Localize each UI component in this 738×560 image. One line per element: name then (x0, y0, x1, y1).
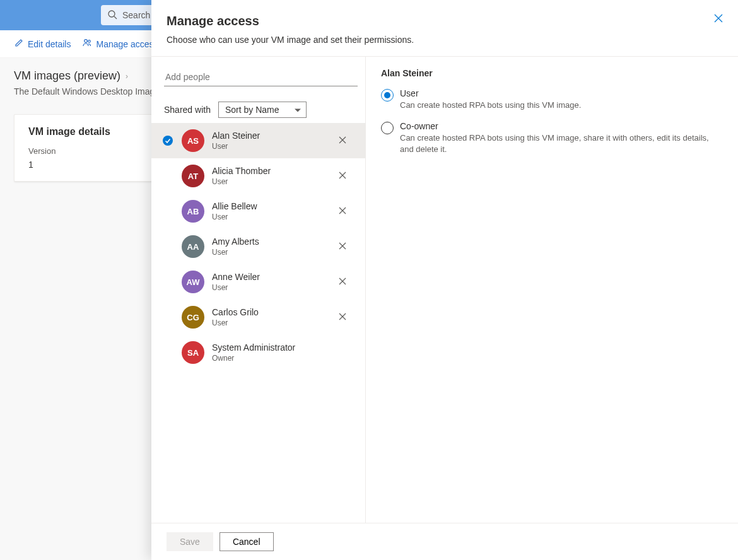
person-item[interactable]: CGCarlos GriloUser (151, 300, 365, 335)
permission-option[interactable]: Co-ownerCan create hosted RPA bots using… (381, 121, 723, 155)
avatar: CG (182, 306, 204, 329)
close-panel-button[interactable] (714, 14, 723, 25)
person-role: User (212, 283, 326, 292)
close-icon (714, 15, 723, 25)
person-item[interactable]: SASystem AdministratorOwner (151, 335, 365, 370)
person-item[interactable]: ABAllie BellewUser (151, 194, 365, 229)
selection-indicator (161, 136, 174, 146)
people-icon (82, 38, 92, 50)
permissions-pane: Alan Steiner UserCan create hosted RPA b… (366, 57, 738, 523)
person-info: Carlos GriloUser (212, 307, 326, 327)
person-role: User (212, 213, 326, 221)
save-button[interactable]: Save (167, 532, 213, 551)
svg-point-2 (85, 40, 88, 43)
add-people-input[interactable] (164, 68, 358, 86)
radio-dot-icon (384, 92, 390, 98)
radio-button[interactable] (381, 89, 394, 102)
panel-body: Shared with Sort by Name ASAlan SteinerU… (151, 56, 738, 523)
shared-with-label: Shared with (164, 105, 211, 115)
avatar: AB (182, 200, 204, 223)
search-placeholder: Search (122, 10, 150, 20)
pencil-icon (14, 38, 24, 50)
person-role: User (212, 318, 326, 327)
close-icon (339, 171, 346, 181)
svg-point-3 (88, 40, 91, 43)
remove-person-button[interactable] (334, 238, 351, 255)
permission-label: Co-owner (400, 121, 723, 131)
person-info: System AdministratorOwner (212, 342, 355, 363)
person-list: ASAlan SteinerUserATAlicia ThomberUserAB… (151, 123, 365, 370)
permission-option[interactable]: UserCan create hosted RPA bots using thi… (381, 88, 723, 111)
edit-details-button[interactable]: Edit details (14, 38, 71, 50)
checkmark-icon (163, 136, 173, 146)
avatar: AT (182, 165, 204, 187)
person-item[interactable]: AWAnne WeilerUser (151, 264, 365, 300)
people-pane: Shared with Sort by Name ASAlan SteinerU… (151, 57, 366, 523)
person-item[interactable]: ATAlicia ThomberUser (151, 158, 365, 194)
selected-person-name: Alan Steiner (381, 68, 723, 78)
person-name: Alicia Thomber (212, 166, 326, 176)
person-info: Amy AlbertsUser (212, 236, 326, 257)
svg-point-0 (108, 11, 115, 17)
remove-person-button[interactable] (334, 167, 351, 185)
edit-details-label: Edit details (28, 39, 71, 49)
person-item[interactable]: ASAlan SteinerUser (151, 123, 365, 158)
close-icon (339, 312, 346, 322)
person-info: Alan SteinerUser (212, 131, 326, 151)
chevron-right-icon: › (126, 72, 128, 81)
person-role: User (212, 248, 326, 257)
remove-person-button[interactable] (334, 202, 351, 220)
person-info: Allie BellewUser (212, 201, 326, 221)
panel-description: Choose who can use your VM image and set… (151, 35, 738, 56)
panel-footer: Save Cancel (151, 523, 738, 560)
manage-access-label: Manage access (96, 39, 158, 49)
person-name: Carlos Grilo (212, 307, 326, 317)
sort-value: Sort by Name (225, 105, 279, 115)
close-icon (339, 277, 346, 287)
avatar: AS (182, 129, 204, 152)
permission-description: Can create hosted RPA bots using this VM… (400, 132, 723, 155)
person-name: Amy Alberts (212, 236, 326, 247)
remove-person-button[interactable] (334, 132, 351, 149)
svg-line-1 (114, 16, 117, 19)
cancel-button[interactable]: Cancel (220, 532, 274, 551)
remove-person-button[interactable] (334, 308, 351, 326)
permission-description: Can create hosted RPA bots using this VM… (400, 100, 581, 111)
close-icon (339, 136, 346, 146)
close-icon (339, 206, 346, 216)
person-role: User (212, 177, 326, 186)
sort-dropdown[interactable]: Sort by Name (218, 102, 307, 118)
panel-header: Manage access (151, 0, 738, 35)
person-name: Anne Weiler (212, 272, 326, 282)
avatar: AW (182, 271, 204, 293)
breadcrumb-root[interactable]: VM images (preview) (14, 69, 120, 83)
manage-access-panel: Manage access Choose who can use your VM… (151, 0, 738, 560)
person-name: Alan Steiner (212, 131, 326, 141)
avatar: AA (182, 235, 204, 258)
person-role: User (212, 142, 326, 151)
close-icon (339, 242, 346, 252)
radio-button[interactable] (381, 122, 394, 134)
person-info: Anne WeilerUser (212, 272, 326, 292)
manage-access-button[interactable]: Manage access (82, 38, 158, 50)
permission-label: User (400, 88, 581, 98)
panel-title: Manage access (167, 14, 259, 28)
person-info: Alicia ThomberUser (212, 166, 326, 186)
avatar: SA (182, 341, 204, 364)
person-role: Owner (212, 354, 355, 363)
search-icon (107, 9, 122, 21)
person-name: System Administrator (212, 342, 355, 353)
person-name: Allie Bellew (212, 201, 326, 211)
remove-person-button[interactable] (334, 273, 351, 291)
person-item[interactable]: AAAmy AlbertsUser (151, 229, 365, 264)
